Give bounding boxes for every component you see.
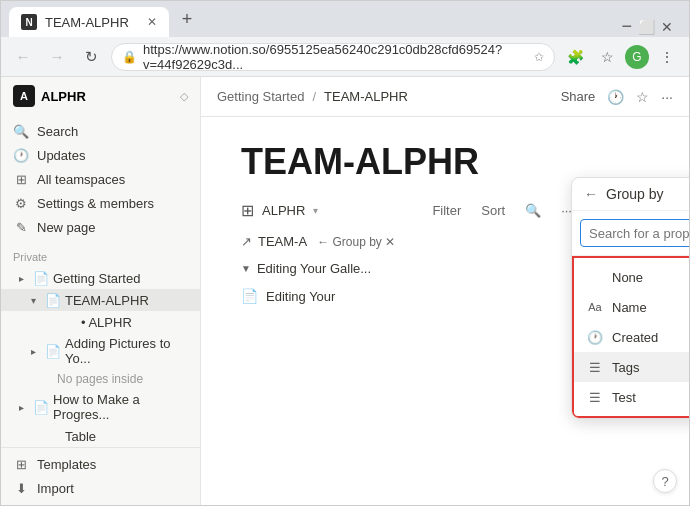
group-by-tags[interactable]: ☰ Tags	[574, 352, 689, 382]
test-icon: ☰	[586, 388, 604, 406]
group-by-none[interactable]: None	[574, 262, 689, 292]
active-tab[interactable]: N TEAM-ALPHR ✕	[9, 7, 169, 37]
trash-icon: 🗑	[13, 504, 29, 505]
back-button[interactable]: ←	[9, 43, 37, 71]
page-icon-adding-pictures: 📄	[45, 343, 61, 359]
tree-label-adding-pictures: Adding Pictures to Yo...	[65, 336, 188, 366]
header-actions: Share 🕐 ☆ ···	[561, 89, 673, 105]
group-by-name[interactable]: Aa Name ✓	[574, 292, 689, 322]
page-icon-alphr	[61, 314, 77, 330]
restore-button[interactable]: ⬜	[638, 19, 655, 35]
page-icon-team-alphr: 📄	[45, 292, 61, 308]
browser-frame: N TEAM-ALPHR ✕ + − ⬜ ✕ ← → ↻ 🔒 https://w…	[0, 0, 690, 506]
sidebar-item-templates[interactable]: ⊞ Templates	[1, 452, 200, 476]
star-button[interactable]: ☆	[593, 43, 621, 71]
tree-toggle-getting-started[interactable]: ▸	[13, 270, 29, 286]
more-button[interactable]: ⋮	[653, 43, 681, 71]
new-tab-button[interactable]: +	[173, 5, 201, 33]
tree-label-table: Table	[65, 429, 96, 444]
sidebar-item-how-to-make[interactable]: ▸ 📄 How to Make a Progres...	[1, 389, 200, 425]
share-button[interactable]: Share	[561, 89, 596, 104]
forward-button[interactable]: →	[43, 43, 71, 71]
sidebar-templates-label: Templates	[37, 457, 96, 472]
section-link-icon: ↗	[241, 234, 252, 249]
teamspaces-icon: ⊞	[13, 171, 29, 187]
sidebar-item-alphr[interactable]: • ALPHR	[1, 311, 200, 333]
breadcrumb-team-alphr[interactable]: TEAM-ALPHR	[324, 89, 408, 104]
gallery-title-text: Editing Your Galle...	[257, 261, 371, 276]
window-close-button[interactable]: ✕	[661, 19, 673, 35]
group-by-test[interactable]: ☰ Test	[574, 382, 689, 412]
help-button[interactable]: ?	[653, 469, 677, 493]
sidebar-item-new-page[interactable]: ✎ New page	[1, 215, 200, 239]
editing-page-icon: 📄	[241, 288, 258, 304]
tree-toggle-team-alphr[interactable]: ▾	[25, 292, 41, 308]
tree-label-team-alphr: TEAM-ALPHR	[65, 293, 149, 308]
sidebar-item-team-alphr[interactable]: ▾ 📄 TEAM-ALPHR	[1, 289, 200, 311]
name-label: Name	[612, 300, 647, 315]
star-icon[interactable]: ☆	[636, 89, 649, 105]
main-content: Getting Started / TEAM-ALPHR Share 🕐 ☆ ·…	[201, 77, 689, 505]
db-name-chevron[interactable]: ▾	[313, 205, 318, 216]
no-pages-label: No pages inside	[1, 369, 200, 389]
sidebar-item-adding-pictures[interactable]: ▸ 📄 Adding Pictures to Yo...	[1, 333, 200, 369]
sidebar-item-teamspaces[interactable]: ⊞ All teamspaces	[1, 167, 200, 191]
templates-icon: ⊞	[13, 456, 29, 472]
history-icon[interactable]: 🕐	[607, 89, 624, 105]
gallery-toggle[interactable]: ▼	[241, 263, 251, 274]
tree-toggle-adding-pictures[interactable]: ▸	[25, 343, 41, 359]
browser-controls: ← → ↻ 🔒 https://www.notion.so/6955125ea5…	[1, 37, 689, 77]
db-grid-icon: ⊞	[241, 201, 254, 220]
sidebar-item-import[interactable]: ⬇ Import	[1, 476, 200, 500]
tab-close-button[interactable]: ✕	[147, 15, 157, 29]
page-icon-getting-started: 📄	[33, 270, 49, 286]
popup-back-button[interactable]: ←	[584, 186, 598, 202]
sidebar-updates-label: Updates	[37, 148, 85, 163]
page-icon-how-to-make: 📄	[33, 399, 49, 415]
created-icon: 🕐	[586, 328, 604, 346]
filter-button[interactable]: Filter	[426, 199, 467, 222]
sidebar: A ALPHR ◇ 🔍 Search 🕐 Updates ⊞ All teams…	[1, 77, 201, 505]
popup-header: ← Group by ✕	[572, 178, 689, 211]
tags-label: Tags	[612, 360, 639, 375]
section-group-by-popup-trigger[interactable]: ← Group by ✕	[317, 235, 395, 249]
sidebar-tree: ▸ 📄 Getting Started ▾ 📄 TEAM-ALPHR • ALP…	[1, 267, 200, 447]
sidebar-teamspaces-label: All teamspaces	[37, 172, 125, 187]
group-by-popup-overlay: ← Group by ✕ None	[571, 177, 689, 419]
extensions-button[interactable]: 🧩	[561, 43, 589, 71]
search-toolbar-button[interactable]: 🔍	[519, 199, 547, 222]
updates-icon: 🕐	[13, 147, 29, 163]
sidebar-item-getting-started[interactable]: ▸ 📄 Getting Started	[1, 267, 200, 289]
profile-button[interactable]: G	[625, 45, 649, 69]
sidebar-new-page-label: New page	[37, 220, 96, 235]
url-text: https://www.notion.so/6955125ea56240c291…	[143, 42, 528, 72]
popup-list: None Aa Name ✓ 🕐 Created	[572, 256, 689, 418]
lock-icon: 🔒	[122, 50, 137, 64]
app-container: A ALPHR ◇ 🔍 Search 🕐 Updates ⊞ All teams…	[1, 77, 689, 505]
minimize-button[interactable]: −	[621, 16, 632, 37]
breadcrumb-getting-started[interactable]: Getting Started	[217, 89, 304, 104]
workspace-header[interactable]: A ALPHR ◇	[1, 77, 200, 115]
tab-favicon: N	[21, 14, 37, 30]
page-icon-table	[45, 428, 61, 444]
test-label: Test	[612, 390, 636, 405]
popup-search-input[interactable]	[580, 219, 689, 247]
group-by-created[interactable]: 🕐 Created	[574, 322, 689, 352]
db-name[interactable]: ALPHR	[262, 203, 305, 218]
bookmark-icon[interactable]: ✩	[534, 50, 544, 64]
popup-search	[572, 211, 689, 256]
breadcrumb-sep: /	[312, 89, 316, 104]
refresh-button[interactable]: ↻	[77, 43, 105, 71]
sidebar-item-settings[interactable]: ⚙ Settings & members	[1, 191, 200, 215]
tree-toggle-table	[25, 428, 41, 444]
tree-toggle-how-to-make[interactable]: ▸	[13, 399, 29, 415]
more-options-icon[interactable]: ···	[661, 89, 673, 105]
sidebar-item-updates[interactable]: 🕐 Updates	[1, 143, 200, 167]
sort-button[interactable]: Sort	[475, 199, 511, 222]
address-bar[interactable]: 🔒 https://www.notion.so/6955125ea56240c2…	[111, 43, 555, 71]
sidebar-item-trash[interactable]: 🗑 Trash	[1, 500, 200, 505]
sidebar-item-table[interactable]: Table	[1, 425, 200, 447]
tags-icon: ☰	[586, 358, 604, 376]
sidebar-item-search[interactable]: 🔍 Search	[1, 119, 200, 143]
sidebar-import-label: Import	[37, 481, 74, 496]
